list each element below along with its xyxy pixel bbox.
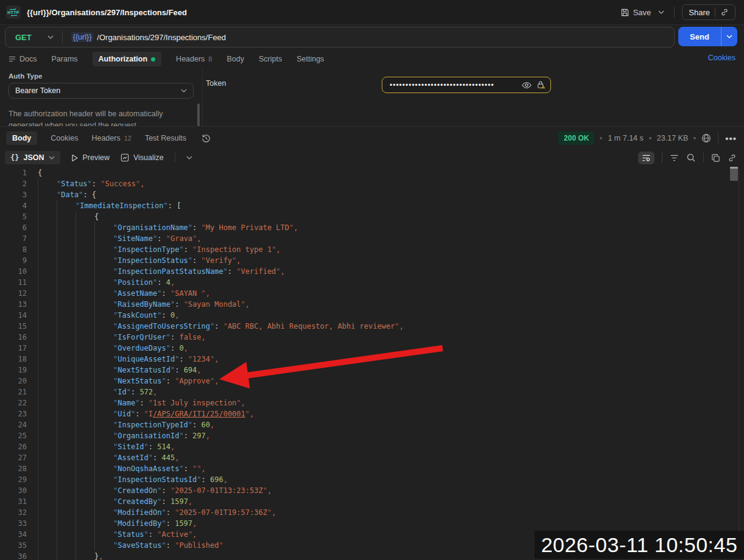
response-view-icons [638, 149, 737, 166]
indent-guide [57, 397, 75, 408]
indent-guide [75, 376, 94, 387]
line-number: 21 [0, 387, 27, 397]
token-input[interactable]: ••••••••••••••••••••••••••••••••• [382, 77, 551, 93]
link-icon[interactable] [728, 153, 737, 163]
response-tab-body[interactable]: Body [6, 131, 37, 145]
send-dropdown-button[interactable] [721, 27, 737, 46]
indent-guide [38, 507, 57, 518]
separator-dot [600, 137, 602, 139]
line-number: 8 [0, 244, 27, 255]
response-body-json[interactable]: 1{2"Status": "Success",3"Data": {4"Immed… [0, 167, 728, 560]
indent-guide [38, 387, 57, 397]
save-dropdown-button[interactable] [656, 8, 667, 16]
indent-guide [94, 255, 113, 266]
indent-guide [57, 200, 75, 211]
indent-guide [75, 222, 94, 233]
indent-guide [94, 321, 113, 332]
line-number: 33 [0, 518, 27, 529]
indent-guide [75, 211, 94, 222]
tab-docs[interactable]: Docs [9, 55, 37, 63]
save-button[interactable]: Save [620, 8, 651, 17]
auth-type-label: Auth Type [9, 72, 42, 80]
response-tab-test-results[interactable]: Test Results [145, 134, 186, 142]
auth-active-dot [151, 57, 155, 61]
share-link-icon[interactable] [720, 8, 729, 16]
code-line: 4"ImmediateInspection": [ [0, 200, 728, 211]
tab-headers[interactable]: Headers 8 [176, 55, 212, 63]
status-badge[interactable]: 200 OK [558, 131, 594, 145]
method-selector[interactable]: GET [5, 33, 62, 42]
line-number: 18 [0, 354, 27, 365]
format-selector[interactable]: {} JSON [5, 151, 60, 164]
more-options-icon[interactable]: ••• [725, 133, 737, 144]
line-number: 20 [0, 376, 27, 387]
line-number: 3 [0, 189, 27, 200]
indent-guide [57, 452, 75, 463]
send-button[interactable]: Send [678, 27, 721, 46]
auth-scrollbar[interactable] [197, 103, 200, 126]
indent-guide [38, 452, 57, 463]
scrollbar-thumb[interactable] [730, 167, 738, 181]
response-tab-cookies[interactable]: Cookies [51, 134, 78, 142]
authorization-panel: Auth Type Bearer Token The authorization… [0, 68, 744, 126]
tab-settings[interactable]: Settings [297, 55, 324, 63]
code-line: 18"UniqueAssetId": "1234", [0, 354, 728, 365]
timestamp-overlay: 2026-03-11 10:50:45 [535, 531, 744, 559]
pane-splitter[interactable] [0, 126, 744, 127]
response-time[interactable]: 1 m 7.14 s [608, 134, 643, 142]
indent-guide [94, 485, 113, 496]
filter-icon[interactable] [670, 155, 679, 161]
indent-guide [57, 277, 75, 288]
indent-guide [75, 430, 94, 441]
lock-warning-icon[interactable] [536, 80, 546, 89]
code-line: 15"AssignedToUsersString": "ABC RBC, Abh… [0, 321, 728, 332]
code-line: 17"OverdueDays": 0, [0, 343, 728, 354]
visualize-button[interactable]: Visualize [121, 153, 164, 162]
indent-guide [38, 485, 57, 496]
indent-guide [57, 310, 75, 321]
code-line: 5{ [0, 211, 728, 222]
indent-guide [38, 211, 57, 222]
indent-guide [57, 529, 75, 540]
tab-params[interactable]: Params [51, 55, 77, 63]
indent-guide [38, 266, 57, 277]
line-number: 26 [0, 441, 27, 452]
copy-icon[interactable] [711, 153, 720, 163]
globe-icon[interactable] [701, 133, 711, 143]
response-size[interactable]: 23.17 KB [657, 134, 688, 142]
indent-guide [75, 474, 94, 485]
tab-authorization[interactable]: Authorization [93, 52, 162, 66]
preview-button[interactable]: Preview [71, 153, 110, 162]
indent-guide [57, 507, 75, 518]
cookies-link[interactable]: Cookies [708, 54, 735, 62]
indent-guide [75, 244, 94, 255]
indent-guide [38, 540, 57, 551]
url-path: /Organisations/297/Inspections/Feed [97, 33, 226, 42]
response-history-icon[interactable] [201, 133, 211, 144]
indent-guide [38, 343, 57, 354]
line-number: 23 [0, 408, 27, 419]
wrap-text-icon[interactable] [638, 152, 655, 164]
chevron-down-icon [181, 89, 187, 93]
indent-guide [38, 233, 57, 244]
indent-guide [57, 496, 75, 507]
tab-body[interactable]: Body [226, 55, 244, 63]
share-button[interactable]: Share [682, 4, 735, 20]
indent-guide [75, 255, 94, 266]
indent-guide [38, 255, 57, 266]
indent-guide [57, 540, 75, 551]
auth-type-select[interactable]: Bearer Token [9, 83, 194, 99]
search-icon[interactable] [686, 153, 696, 163]
docs-icon [9, 56, 16, 62]
eye-icon[interactable] [522, 82, 532, 89]
url-input[interactable]: {{url}} /Organisations/297/Inspections/F… [63, 32, 226, 42]
indent-guide [94, 397, 113, 408]
indent-guide [57, 441, 75, 452]
response-tab-headers[interactable]: Headers 12 [91, 134, 132, 142]
tab-scripts[interactable]: Scripts [259, 55, 282, 63]
token-label: Token [206, 79, 226, 88]
indent-guide [94, 354, 113, 365]
visualize-dropdown-icon[interactable] [186, 156, 192, 159]
indent-guide [94, 474, 113, 485]
auth-description: The authorization header will be automat… [9, 108, 191, 126]
